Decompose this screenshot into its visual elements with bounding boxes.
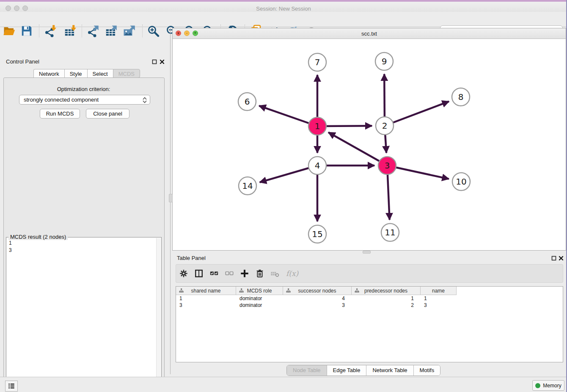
result-line: 3 — [9, 247, 12, 254]
delete-row-button[interactable] — [252, 266, 267, 281]
result-scrollbar[interactable] — [156, 238, 161, 392]
cell[interactable]: 2 — [352, 302, 421, 309]
select-all-checkbox-icon — [209, 269, 219, 278]
table-tabs: Node TableEdge TableNetwork TableMotifs — [286, 365, 440, 376]
table-panel: Table Panel f(x) shared name MCDS role s… — [172, 252, 567, 374]
node-label-3: 3 — [385, 160, 390, 171]
optimization-criterion-label: Optimization criterion: — [0, 86, 167, 92]
node-label-1: 1 — [315, 121, 320, 131]
tree-sort-icon — [355, 288, 359, 293]
float-panel-icon[interactable] — [152, 59, 157, 64]
titlebar: Session: New Session — [0, 2, 567, 12]
result-line: 1 — [9, 240, 12, 247]
tab-select[interactable]: Select — [87, 69, 113, 78]
deselect-all-checkbox-icon — [225, 269, 234, 278]
settings-gear-icon — [179, 269, 188, 278]
run-mcds-button[interactable]: Run MCDS — [40, 109, 80, 119]
float-table-panel-icon[interactable] — [551, 256, 556, 261]
mcds-result-lines: 13 — [9, 240, 12, 254]
cell[interactable]: 1 — [421, 295, 457, 302]
node-label-8: 8 — [458, 92, 464, 102]
tab-network-table[interactable]: Network Table — [366, 365, 413, 375]
column-header-name[interactable]: name — [421, 287, 457, 295]
cell[interactable]: 3 — [421, 302, 457, 309]
edge-2-8[interactable] — [385, 102, 449, 126]
node-label-14: 14 — [242, 181, 253, 191]
tree-sort-icon — [286, 288, 291, 293]
edge-3-1[interactable] — [328, 133, 387, 166]
node-label-7: 7 — [315, 57, 320, 67]
node-label-10: 10 — [456, 177, 466, 187]
network-graph[interactable]: 1234678910111415 — [173, 39, 566, 250]
node-label-6: 6 — [245, 97, 250, 107]
memory-button[interactable]: Memory — [532, 380, 564, 391]
column-header-successor-nodes[interactable]: successor nodes — [283, 287, 352, 295]
node-label-2: 2 — [382, 121, 388, 131]
network-view-window: x - + scc.txt 1234678910111415 — [172, 28, 566, 251]
node-label-4: 4 — [315, 160, 320, 171]
tab-mcds[interactable]: MCDS — [113, 69, 140, 78]
edge-3-10[interactable] — [387, 166, 449, 179]
column-header-predecessor-nodes[interactable]: predecessor nodes — [352, 287, 421, 295]
node-label-15: 15 — [312, 229, 322, 239]
control-panel-title: Control Panel — [6, 58, 39, 65]
mcds-result-title: MCDS result (2 nodes) — [8, 234, 68, 240]
cell[interactable]: dominator — [236, 302, 283, 309]
close-panel-button[interactable]: Close panel — [86, 109, 129, 119]
cell[interactable]: 3 — [176, 302, 236, 309]
table-header: shared name MCDS role successor nodes pr… — [176, 287, 457, 295]
node-label-11: 11 — [385, 227, 395, 237]
optimization-criterion-select[interactable]: strongly connected component — [19, 95, 150, 105]
delete-column-icon — [270, 269, 280, 278]
insert-column-button[interactable] — [191, 266, 206, 281]
close-table-panel-icon[interactable] — [559, 256, 564, 261]
tree-sort-icon — [179, 288, 184, 293]
cell[interactable]: dominator — [236, 295, 283, 302]
delete-row-icon — [255, 269, 264, 278]
tab-style[interactable]: Style — [64, 69, 87, 78]
insert-column-icon — [194, 269, 204, 278]
cell[interactable]: 4 — [283, 295, 352, 302]
window-title: Session: New Session — [0, 6, 567, 12]
cell[interactable]: 1 — [352, 295, 421, 302]
status-bar: Memory — [0, 377, 567, 392]
tab-node-table[interactable]: Node Table — [287, 365, 327, 375]
network-titlebar: x - + scc.txt — [173, 28, 566, 39]
delete-column-button[interactable] — [267, 266, 283, 281]
control-panel: Control Panel NetworkStyleSelectMCDS Opt… — [0, 28, 167, 374]
window-top-edge — [0, 0, 567, 2]
horizontal-splitter-handle[interactable] — [363, 251, 371, 254]
node-table[interactable]: shared name MCDS role successor nodes pr… — [176, 286, 563, 362]
tab-motifs[interactable]: Motifs — [414, 365, 440, 375]
node-label-9: 9 — [382, 56, 387, 66]
main-toolbar — [0, 12, 567, 27]
select-stepper-icon — [142, 97, 148, 104]
cell[interactable]: 3 — [283, 302, 352, 309]
vertical-splitter-handle[interactable] — [169, 194, 173, 202]
table-row[interactable]: 3dominator323 — [176, 302, 457, 309]
mcds-result-box[interactable]: MCDS result (2 nodes) 13 — [6, 237, 162, 392]
select-all-checkbox-button[interactable] — [206, 266, 222, 281]
control-panel-tabs: NetworkStyleSelectMCDS — [33, 69, 140, 78]
settings-gear-button[interactable] — [176, 266, 191, 281]
function-builder-button[interactable]: f(x) — [286, 269, 298, 278]
table-panel-title: Table Panel — [177, 255, 206, 261]
tab-edge-table[interactable]: Edge Table — [327, 365, 367, 375]
close-panel-icon[interactable] — [160, 59, 165, 64]
memory-status-dot — [535, 383, 540, 388]
task-history-button[interactable] — [5, 381, 18, 392]
column-header-shared-name[interactable]: shared name — [176, 287, 236, 295]
table-row[interactable]: 1dominator411 — [176, 295, 457, 302]
optimization-criterion-value: strongly connected component — [24, 97, 99, 103]
add-row-icon — [240, 269, 249, 278]
tab-network[interactable]: Network — [33, 69, 64, 78]
tree-sort-icon — [239, 288, 244, 293]
network-window-title: scc.txt — [173, 30, 566, 37]
cell[interactable]: 1 — [176, 295, 236, 302]
column-header-MCDS-role[interactable]: MCDS role — [236, 287, 283, 295]
memory-label: Memory — [543, 383, 561, 389]
add-row-button[interactable] — [237, 266, 252, 281]
deselect-all-checkbox-button[interactable] — [222, 266, 237, 281]
application-window: Session: New Session Control Panel — [0, 0, 567, 392]
table-toolbar: f(x) — [176, 264, 563, 283]
